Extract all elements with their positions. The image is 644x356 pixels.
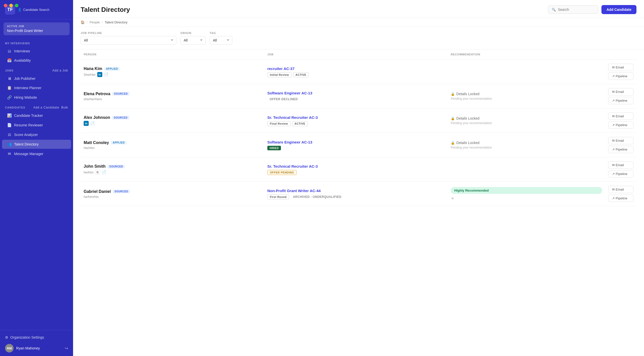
candidate-icons: in📄 [84,121,261,126]
breadcrumb-home[interactable]: 🏠 [81,20,85,24]
details-locked: 🔒 Details Locked [451,141,602,145]
email-button[interactable]: ✉ Email [608,161,633,169]
actions-cell: ✉ Email ↗ Pipeline [605,60,636,84]
job-title-link[interactable]: Software Engineer AC-13 [267,91,445,95]
header-right: 🔍 Add Candidate [548,5,636,14]
person-cell: Matt Conoley APPLIED He/Him [81,133,264,157]
pipeline-badges: First RoundARCHIVED - UNDERQUALIFIED [267,194,445,199]
doc-icon[interactable]: 📄 [102,170,106,174]
job-publisher-icon: 🖥 [7,76,12,81]
sidebar-item-talent-directory[interactable]: 👥 Talent Directory [2,140,71,149]
status-tag: APPLIED [104,67,120,71]
job-title-link[interactable]: Non-Profit Grant Writer AC-44 [267,189,445,193]
actions-cell: ✉ Email ↗ Pipeline [605,182,636,206]
job-cell: Sr. Technical Recruiter AC-3 Final Revie… [264,109,448,133]
main-content: Talent Directory 🔍 Add Candidate 🏠 / Peo… [73,0,644,356]
pipeline-button[interactable]: ↗ Pipeline [608,97,633,104]
pipeline-filter-group: JOB PIPELINE All [81,31,176,45]
candidate-name: John Smith SOURCED [84,164,261,169]
pipeline-badge: First Round [267,194,289,199]
pipeline-button[interactable]: ↗ Pipeline [608,146,633,153]
status-tag: SOURCED [113,190,130,193]
bulk-link[interactable]: Bulk [61,106,68,109]
pipeline-button[interactable]: ↗ Pipeline [608,195,633,202]
email-button[interactable]: ✉ Email [608,137,633,144]
person-cell: Alex Johnson SOURCED in📄 [81,109,264,133]
candidate-pronoun: he/him/his [84,195,261,199]
linkedin-icon[interactable]: in [84,121,89,126]
logout-icon[interactable]: ↪ [65,346,68,351]
job-title-link[interactable]: recruiter AC-37 [267,66,445,71]
candidate-pronoun: He/Him [84,146,261,150]
pending-text: Pending your recommendation [451,121,602,125]
email-button[interactable]: ✉ Email [608,88,633,95]
pipeline-button[interactable]: ↗ Pipeline [608,73,633,80]
availability-icon: 📅 [7,58,12,63]
sidebar-logo: TF 👤 Candidate Search [0,0,73,19]
linkedin-icon[interactable]: in [97,72,102,77]
score-analyzer-icon: ⚖ [7,132,12,137]
minimize-button[interactable] [9,4,13,7]
sidebar-item-interview-planner[interactable]: 📋 Interview Planner [2,83,71,92]
job-title-link[interactable]: Software Engineer AC-13 [267,140,445,144]
action-buttons: ✉ Email ↗ Pipeline [608,161,633,177]
origin-filter-group: ORIGIN All [180,31,206,45]
star-icon[interactable]: ★ [451,196,602,201]
search-input[interactable] [558,8,595,12]
candidate-search-link[interactable]: 👤 Candidate Search [18,8,49,12]
pipeline-button[interactable]: ↗ Pipeline [608,121,633,129]
pipeline-badge: OFFER PENDING [267,170,297,175]
maximize-button[interactable] [15,4,18,7]
tag-filter-select[interactable]: All [210,36,232,45]
sidebar-item-interviews[interactable]: 🗂 Interviews [2,47,71,55]
breadcrumb-people[interactable]: People [90,20,100,24]
email-button[interactable]: ✉ Email [608,64,633,71]
recommendation-cell: 🔒 Details Locked Pending your recommenda… [448,109,605,133]
sidebar-item-resume-reviewer[interactable]: 📄 Resume Reviewer [2,121,71,130]
lock-icon: 🔒 [451,141,455,145]
job-title-link[interactable]: Sr. Technical Recruiter AC-3 [267,115,445,120]
email-button[interactable]: ✉ Email [608,113,633,120]
settings-icon: ⚙ [5,335,8,339]
pipeline-badge: Initial Review [267,72,292,77]
sidebar-item-score-analyzer[interactable]: ⚖ Score Analyzer [2,130,71,139]
sidebar-item-hiring-website[interactable]: 🔗 Hiring Website [2,93,71,102]
pipeline-badges: Final ReviewACTIVE [267,121,445,126]
hiring-website-icon: 🔗 [7,95,12,100]
sidebar-item-candidate-tracker[interactable]: 📊 Candidate Tracker [2,111,71,120]
candidate-pronoun: She/Her in📄 [84,72,261,77]
action-buttons: ✉ Email ↗ Pipeline [608,64,633,80]
table-row: Gabriel Daniel SOURCED he/him/his Non-Pr… [81,182,636,206]
job-status-badge: ARCHIVED - UNDERQUALIFIED [291,194,344,199]
add-candidate-button[interactable]: Add Candidate [601,5,636,14]
page-title: Talent Directory [81,6,130,14]
job-status-badge: ACTIVE [292,121,308,126]
pipeline-button[interactable]: ↗ Pipeline [608,170,633,177]
doc-icon[interactable]: 📄 [104,72,109,77]
active-job-label: ACTIVE JOB [7,25,66,28]
job-title-link[interactable]: Sr. Technical Recruiter AC-3 [267,164,445,168]
interviews-icon: 🗂 [7,49,12,53]
close-button[interactable] [4,4,7,7]
add-job-link[interactable]: Add a Job [52,69,68,72]
email-button[interactable]: ✉ Email [608,186,633,193]
candidates-table: PERSON JOB RECOMMENDATION Hana Kim APPLI… [81,49,636,206]
active-job-box[interactable]: ACTIVE JOB Non-Profit Grant Writer [4,22,70,35]
recommendation-col: 🔒 Details Locked Pending your recommenda… [451,116,602,125]
org-settings-link[interactable]: ⚙ Organization Settings [5,334,68,341]
origin-filter-select[interactable]: All [180,36,206,45]
search-box[interactable]: 🔍 [548,5,598,14]
sidebar-item-job-publisher[interactable]: 🖥 Job Publisher [2,74,71,83]
add-candidate-sidebar-link[interactable]: Add a Candidate [34,106,59,109]
highly-recommended-badge: Highly Recommended [451,187,602,194]
pipeline-filter-select[interactable]: All [81,36,176,45]
job-cell: Sr. Technical Recruiter AC-3 OFFER PENDI… [264,157,448,182]
pipeline-badges: OFFER PENDING [267,170,445,175]
sidebar-item-message-manager[interactable]: ✉ Message Manager [2,149,71,158]
google-icon[interactable]: G [95,170,100,175]
doc-icon[interactable]: 📄 [90,121,95,126]
active-job-title: Non-Profit Grant Writer [7,29,66,33]
window-controls [4,4,18,7]
candidate-name: Alex Johnson SOURCED [84,115,261,120]
sidebar-item-availability[interactable]: 📅 Availability [2,56,71,65]
